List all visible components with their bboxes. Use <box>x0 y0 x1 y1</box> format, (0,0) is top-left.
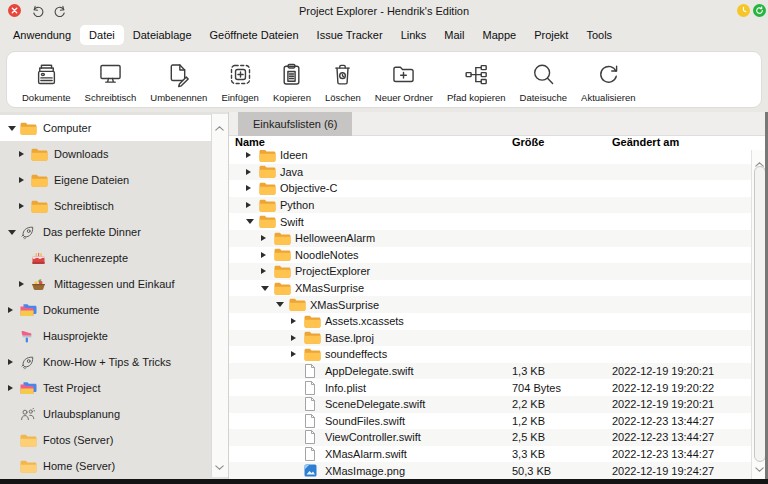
table-row-xmassurprise[interactable]: XMasSurprise <box>229 296 752 313</box>
sidebar-item-eigene-dateien[interactable]: Eigene Dateien <box>0 167 212 193</box>
sidebar-item-computer[interactable]: Computer <box>0 115 212 141</box>
sidebar-item-mittagessen-und-einkauf[interactable]: Mittagessen und Einkauf <box>0 271 212 297</box>
toolbar-button-einf-gen[interactable]: Einfügen <box>214 57 266 103</box>
table-row-soundfiles-swift[interactable]: SoundFiles.swift1,2 KB2022-12-23 13:44:2… <box>229 413 752 430</box>
table-row-xmasimage-png[interactable]: XMasImage.png50,3 KB2022-12-19 19:24:27 <box>229 462 752 479</box>
toolbar-button-l-schen[interactable]: Löschen <box>318 57 368 103</box>
menu-item-tools[interactable]: Tools <box>577 25 621 45</box>
chevron-down-icon[interactable] <box>276 302 284 307</box>
chevron-right-icon[interactable] <box>8 385 13 391</box>
table-row-xmasalarm-swift[interactable]: XMasAlarm.swift3,3 KB2022-12-23 13:44:27 <box>229 446 752 463</box>
column-header-size[interactable]: Größe <box>512 136 544 148</box>
toolbar-button-umbenennen[interactable]: Umbenennen <box>143 57 214 103</box>
toolbar-button-dateisuche[interactable]: Dateisuche <box>513 57 575 103</box>
sidebar-item-schreibtisch[interactable]: Schreibtisch <box>0 193 212 219</box>
sidebar-item-fotos-server[interactable]: Fotos (Server) <box>0 427 212 453</box>
disclosure-toggle[interactable] <box>19 281 31 287</box>
table-row-noodlenotes[interactable]: NoodleNotes <box>229 247 752 264</box>
disclosure-toggle[interactable] <box>8 126 20 131</box>
menu-item-links[interactable]: Links <box>392 25 436 45</box>
scroll-up-icon[interactable] <box>215 117 224 135</box>
chevron-right-icon[interactable] <box>246 185 251 191</box>
close-button[interactable] <box>8 4 21 17</box>
table-row-objective-c[interactable]: Objective-C <box>229 180 752 197</box>
sidebar-item-kuchenrezepte[interactable]: Kuchenrezepte <box>0 245 212 271</box>
toolbar-button-aktualisieren[interactable]: Aktualisieren <box>574 57 642 103</box>
chevron-right-icon[interactable] <box>261 268 266 274</box>
menu-item-datei[interactable]: Datei <box>80 25 124 45</box>
sidebar-item-dokumente[interactable]: Dokumente <box>0 297 212 323</box>
column-header-modified[interactable]: Geändert am <box>612 136 679 148</box>
toolbar-button-dokumente[interactable]: Dokumente <box>15 57 78 103</box>
chevron-down-icon[interactable] <box>8 230 16 235</box>
sidebar-item-das-perfekte-dinner[interactable]: Das perfekte Dinner <box>0 219 212 245</box>
sidebar-item-urlaubsplanung[interactable]: Urlaubsplanung <box>0 401 212 427</box>
disclosure-toggle[interactable] <box>8 307 20 313</box>
table-row-swift[interactable]: Swift <box>229 213 752 230</box>
sidebar-item-downloads[interactable]: Downloads <box>0 141 212 167</box>
chevron-right-icon[interactable] <box>261 235 266 241</box>
chevron-right-icon[interactable] <box>19 177 24 183</box>
table-row-viewcontroller-swift[interactable]: ViewController.swift2,5 KB2022-12-23 13:… <box>229 429 752 446</box>
disclosure-toggle[interactable] <box>19 151 31 157</box>
table-row-info-plist[interactable]: Info.plist704 Bytes2022-12-19 19:20:22 <box>229 379 752 396</box>
chevron-right-icon[interactable] <box>19 151 24 157</box>
chevron-right-icon[interactable] <box>8 359 13 365</box>
chevron-right-icon[interactable] <box>261 252 266 258</box>
menu-item-anwendung[interactable]: Anwendung <box>4 25 80 45</box>
disclosure-toggle[interactable] <box>19 177 31 183</box>
chevron-right-icon[interactable] <box>19 203 24 209</box>
toolbar-button-pfad-kopieren[interactable]: Pfad kopieren <box>440 57 513 103</box>
menu-item-issue-tracker[interactable]: Issue Tracker <box>308 25 392 45</box>
disclosure-toggle[interactable] <box>246 219 259 224</box>
table-row-base-lproj[interactable]: Base.lproj <box>229 330 752 347</box>
menu-item-mappe[interactable]: Mappe <box>474 25 526 45</box>
disclosure-toggle[interactable] <box>261 235 274 241</box>
table-row-scenedelegate-swift[interactable]: SceneDelegate.swift2,2 KB2022-12-19 19:2… <box>229 396 752 413</box>
scroll-down-icon[interactable] <box>755 458 764 476</box>
chevron-right-icon[interactable] <box>19 281 24 287</box>
table-row-assets-xcassets[interactable]: Assets.xcassets <box>229 313 752 330</box>
chevron-down-icon[interactable] <box>246 219 254 224</box>
toolbar-button-kopieren[interactable]: Kopieren <box>266 57 318 103</box>
scroll-down-icon[interactable] <box>215 456 224 474</box>
chevron-down-icon[interactable] <box>8 126 16 131</box>
column-header-name[interactable]: Name <box>235 136 265 148</box>
disclosure-toggle[interactable] <box>291 351 304 357</box>
disclosure-toggle[interactable] <box>246 185 259 191</box>
redo-icon[interactable] <box>53 4 66 17</box>
chevron-right-icon[interactable] <box>291 335 296 341</box>
table-row-xmassurprise[interactable]: XMasSurprise <box>229 280 752 297</box>
table-row-helloweenalarm[interactable]: HelloweenAlarm <box>229 230 752 247</box>
disclosure-toggle[interactable] <box>261 252 274 258</box>
table-row-projectexplorer[interactable]: ProjectExplorer <box>229 263 752 280</box>
chevron-right-icon[interactable] <box>246 152 251 158</box>
disclosure-toggle[interactable] <box>276 302 289 307</box>
sidebar-item-hausprojekte[interactable]: Hausprojekte <box>0 323 212 349</box>
disclosure-toggle[interactable] <box>261 286 274 291</box>
table-row-ideen[interactable]: Ideen <box>229 150 752 164</box>
disclosure-toggle[interactable] <box>246 152 259 158</box>
disclosure-toggle[interactable] <box>19 203 31 209</box>
disclosure-toggle[interactable] <box>8 230 20 235</box>
chevron-right-icon[interactable] <box>246 169 251 175</box>
chevron-right-icon[interactable] <box>8 307 13 313</box>
disclosure-toggle[interactable] <box>261 268 274 274</box>
disclosure-toggle[interactable] <box>291 318 304 324</box>
toolbar-button-neuer-ordner[interactable]: Neuer Ordner <box>368 57 440 103</box>
sidebar-item-home-server[interactable]: Home (Server) <box>0 453 212 479</box>
chevron-right-icon[interactable] <box>291 318 296 324</box>
disclosure-toggle[interactable] <box>246 169 259 175</box>
sidebar-item-test-project[interactable]: Test Project <box>0 375 212 401</box>
menu-item-ge-ffnete-dateien[interactable]: Geöffnete Dateien <box>201 25 308 45</box>
pending-status-button[interactable] <box>737 4 750 17</box>
undo-icon[interactable] <box>31 4 44 17</box>
table-row-soundeffects[interactable]: soundeffects <box>229 346 752 363</box>
online-status-button[interactable] <box>753 4 766 17</box>
disclosure-toggle[interactable] <box>8 359 20 365</box>
sidebar-scrollbar[interactable] <box>211 114 228 477</box>
menu-item-projekt[interactable]: Projekt <box>525 25 577 45</box>
chevron-right-icon[interactable] <box>246 202 251 208</box>
disclosure-toggle[interactable] <box>246 202 259 208</box>
table-row-appdelegate-swift[interactable]: AppDelegate.swift1,3 KB2022-12-19 19:20:… <box>229 363 752 380</box>
